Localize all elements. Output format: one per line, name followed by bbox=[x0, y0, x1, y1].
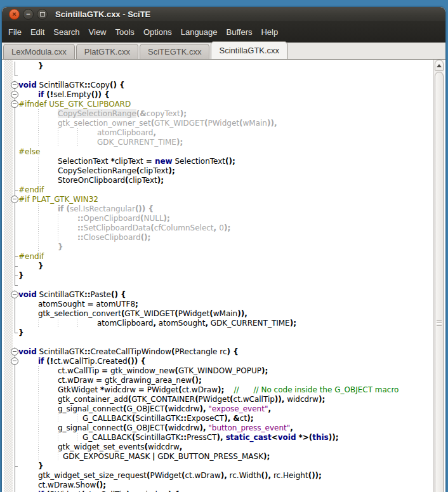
code-line[interactable]: } bbox=[2, 262, 434, 271]
code-line[interactable]: ::OpenClipboard(NULL); bbox=[2, 214, 434, 223]
vertical-scrollbar[interactable] bbox=[433, 60, 444, 492]
code-line[interactable]: } bbox=[2, 462, 434, 471]
code-text[interactable]: } bbox=[18, 328, 24, 338]
code-text[interactable]: } bbox=[18, 271, 24, 281]
code-line[interactable]: } bbox=[2, 271, 434, 281]
code-text[interactable]: #ifndef USE_GTK_CLIPBOARD bbox=[18, 100, 131, 109]
code-line[interactable]: gtk_selection_convert(GTK_WIDGET(PWidget… bbox=[2, 309, 434, 319]
menu-item-file[interactable]: File bbox=[4, 25, 26, 39]
menu-item-tools[interactable]: Tools bbox=[111, 25, 139, 39]
code-line[interactable]: gtk_container_add(GTK_CONTAINER(PWidget(… bbox=[2, 395, 434, 404]
code-text[interactable]: GDK_CURRENT_TIME); bbox=[18, 138, 183, 147]
code-line[interactable]: if (!ct.wCallTip.Created()) { bbox=[2, 357, 434, 366]
code-line[interactable]: } bbox=[2, 62, 434, 71]
titlebar[interactable]: × − ScintillaGTK.cxx - SciTE bbox=[2, 7, 445, 21]
menu-item-edit[interactable]: Edit bbox=[26, 25, 49, 39]
tab-scitegtk-cxx[interactable]: SciTEGTK.cxx bbox=[140, 44, 210, 59]
code-text[interactable]: ct.wDraw.Show(); bbox=[18, 481, 106, 490]
editor-pane[interactable]: }void ScintillaGTK::Copy() {if (!sel.Emp… bbox=[2, 59, 445, 492]
code-line[interactable]: CopySelectionRange(clipText); bbox=[2, 166, 434, 176]
code-line[interactable]: } bbox=[2, 243, 434, 252]
code-text[interactable]: #else bbox=[18, 147, 40, 157]
code-line[interactable]: StoreOnClipboard(clipText); bbox=[2, 176, 434, 185]
tab-lexmodula-cxx[interactable]: LexModula.cxx bbox=[3, 44, 75, 59]
code-text[interactable]: void ScintillaGTK::CreateCallTipWindow(P… bbox=[18, 347, 239, 357]
code-text[interactable]: void ScintillaGTK::Copy() { bbox=[18, 81, 125, 90]
code-line[interactable]: GDK_CURRENT_TIME); bbox=[2, 138, 434, 147]
code-line[interactable]: #endif bbox=[2, 252, 434, 262]
code-line[interactable]: ct.wDraw.Show(); bbox=[2, 481, 434, 490]
minimize-button[interactable]: − bbox=[23, 9, 34, 20]
code-text[interactable]: GDK_EXPOSURE_MASK | GDK_BUTTON_PRESS_MAS… bbox=[18, 452, 270, 462]
code-line[interactable]: GtkWidget *widcdrw = PWidget(ct.wDraw); … bbox=[2, 385, 434, 395]
menu-item-help[interactable]: Help bbox=[256, 25, 282, 39]
fold-toggle-icon[interactable] bbox=[2, 347, 18, 357]
code-text[interactable]: ct.wDraw = gtk_drawing_area_new(); bbox=[18, 376, 202, 385]
code-line[interactable]: ct.wDraw = gtk_drawing_area_new(); bbox=[2, 376, 434, 385]
code-text[interactable]: void ScintillaGTK::Paste() { bbox=[18, 290, 126, 300]
code-line[interactable]: #if PLAT_GTK_WIN32 bbox=[2, 195, 434, 204]
fold-toggle-icon[interactable] bbox=[2, 195, 18, 204]
menu-item-buffers[interactable]: Buffers bbox=[222, 25, 257, 39]
code-line[interactable]: #ifndef USE_GTK_CLIPBOARD bbox=[2, 100, 434, 109]
code-line[interactable]: GDK_EXPOSURE_MASK | GDK_BUTTON_PRESS_MAS… bbox=[2, 452, 434, 462]
fold-toggle-icon[interactable] bbox=[2, 100, 18, 109]
tab-platgtk-cxx[interactable]: PlatGTK.cxx bbox=[76, 44, 138, 59]
code-line[interactable]: SelectionText *clipText = new SelectionT… bbox=[2, 157, 434, 166]
code-text[interactable]: } bbox=[18, 62, 44, 71]
code-line[interactable]: CopySelectionRange(&copyText); bbox=[2, 109, 434, 119]
code-text[interactable]: if (!ct.wCallTip.Created()) { bbox=[18, 357, 146, 366]
code-text[interactable]: #if PLAT_GTK_WIN32 bbox=[18, 195, 98, 204]
code-line[interactable]: g_signal_connect(G_OBJECT(widcdrw), "but… bbox=[2, 423, 434, 433]
code-line[interactable]: ct.wCallTip = gtk_window_new(GTK_WINDOW_… bbox=[2, 366, 434, 376]
code-line[interactable]: void ScintillaGTK::Paste() { bbox=[2, 290, 434, 300]
code-line[interactable]: gtk_selection_owner_set(GTK_WIDGET(PWidg… bbox=[2, 119, 434, 128]
code-text[interactable]: CopySelectionRange(&copyText); bbox=[18, 109, 187, 119]
code-text[interactable]: gtk_container_add(GTK_CONTAINER(PWidget(… bbox=[18, 395, 325, 404]
code-line[interactable]: atomClipboard, bbox=[2, 128, 434, 138]
code-line[interactable]: if (!sel.Empty()) { bbox=[2, 90, 434, 100]
code-text[interactable]: atomClipboard, atomSought, GDK_CURRENT_T… bbox=[18, 319, 296, 328]
code-text[interactable]: g_signal_connect(G_OBJECT(widcdrw), "but… bbox=[18, 423, 293, 433]
code-line[interactable]: gtk_widget_set_events(widcdrw, bbox=[2, 442, 434, 452]
code-line[interactable]: gtk_widget_set_size_request(PWidget(ct.w… bbox=[2, 471, 434, 481]
code-line[interactable]: atomSought = atomUTF8; bbox=[2, 300, 434, 309]
fold-toggle-icon[interactable] bbox=[2, 81, 18, 90]
code-text[interactable]: gtk_widget_set_size_request(PWidget(ct.w… bbox=[18, 471, 322, 481]
code-line[interactable]: #endif bbox=[2, 185, 434, 195]
code-line[interactable] bbox=[2, 71, 434, 81]
close-button[interactable]: × bbox=[9, 9, 20, 20]
code-line[interactable]: } bbox=[2, 328, 434, 338]
code-text[interactable]: G_CALLBACK(ScintillaGTK::ExposeCT), &ct)… bbox=[18, 414, 253, 423]
code-line[interactable]: G_CALLBACK(ScintillaGTK::PressCT), stati… bbox=[2, 433, 434, 442]
code-text[interactable]: CopySelectionRange(clipText); bbox=[18, 166, 175, 176]
menu-item-view[interactable]: View bbox=[84, 25, 111, 39]
code-text[interactable]: gtk_selection_convert(GTK_WIDGET(PWidget… bbox=[18, 309, 247, 319]
code-text[interactable]: } bbox=[18, 262, 44, 271]
code-text[interactable]: StoreOnClipboard(clipText); bbox=[18, 176, 164, 185]
code-line[interactable] bbox=[2, 281, 434, 290]
code-text[interactable]: SelectionText *clipText = new SelectionT… bbox=[18, 157, 235, 166]
code-line[interactable]: void ScintillaGTK::Copy() { bbox=[2, 81, 434, 90]
code-line[interactable]: G_CALLBACK(ScintillaGTK::ExposeCT), &ct)… bbox=[2, 414, 434, 423]
code-text[interactable]: if (!sel.Empty()) { bbox=[18, 90, 110, 100]
code-text[interactable]: #endif bbox=[18, 252, 44, 262]
code-text[interactable]: gtk_widget_set_events(widcdrw, bbox=[18, 442, 182, 452]
code-text[interactable]: } bbox=[18, 243, 63, 252]
fold-toggle-icon[interactable] bbox=[2, 357, 18, 366]
menu-item-options[interactable]: Options bbox=[139, 25, 176, 39]
scrollbar-thumb[interactable] bbox=[435, 72, 444, 492]
code-line[interactable]: void ScintillaGTK::CreateCallTipWindow(P… bbox=[2, 347, 434, 357]
code-line[interactable]: if (sel.IsRectangular()) { bbox=[2, 204, 434, 214]
code-text[interactable]: ::SetClipboardData(cfColumnSelect, 0); bbox=[18, 223, 230, 233]
code-line[interactable]: ::SetClipboardData(cfColumnSelect, 0); bbox=[2, 223, 434, 233]
code-text[interactable]: atomSought = atomUTF8; bbox=[18, 300, 138, 309]
code-text[interactable]: G_CALLBACK(ScintillaGTK::PressCT), stati… bbox=[18, 433, 339, 442]
code-text[interactable]: ::OpenClipboard(NULL); bbox=[18, 214, 170, 223]
tab-scintillagtk-cxx[interactable]: ScintillaGTK.cxx bbox=[211, 41, 287, 59]
code-text[interactable]: atomClipboard, bbox=[18, 128, 156, 138]
code-line[interactable]: atomClipboard, atomSought, GDK_CURRENT_T… bbox=[2, 319, 434, 328]
code-lines[interactable]: }void ScintillaGTK::Copy() {if (!sel.Emp… bbox=[2, 62, 434, 492]
scroll-up-button[interactable] bbox=[435, 60, 444, 71]
menu-item-language[interactable]: Language bbox=[176, 25, 222, 39]
